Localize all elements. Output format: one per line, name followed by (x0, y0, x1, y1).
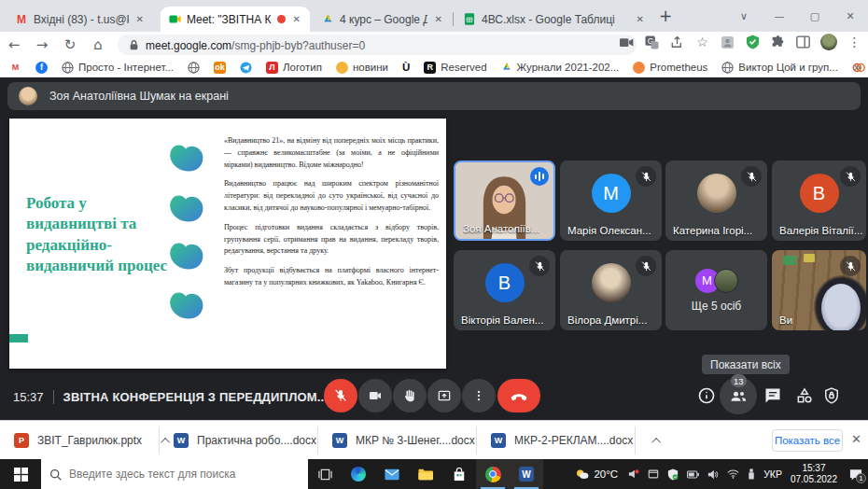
antivirus-shield-icon[interactable] (745, 35, 761, 50)
download-item[interactable]: P ЗВІТ_Гаврилюк.pptx (0, 421, 170, 460)
forward-button[interactable]: → (28, 36, 56, 53)
host-controls-button[interactable] (822, 386, 841, 405)
back-button[interactable]: ← (0, 36, 28, 53)
bookmark-prometheus[interactable]: Prometheus (633, 62, 707, 74)
bookmark-u[interactable]: Ù (402, 62, 410, 73)
bookmark-facebook[interactable]: f (35, 62, 48, 74)
taskbar-search-input[interactable] (69, 468, 284, 481)
task-view-button[interactable] (308, 459, 342, 489)
minimize-button[interactable]: — (762, 10, 797, 22)
download-item[interactable]: W МКР-2-РЕКЛАМ....docx (477, 421, 661, 460)
store-taskbar-button[interactable] (442, 459, 476, 489)
raise-hand-button[interactable] (393, 379, 427, 412)
tab-gmail[interactable]: M Вхідні (83) - t.us@kubg.edu.ua - ✕ (7, 7, 153, 32)
participant-tile-vilora[interactable]: Вілора Дмитрі... (560, 250, 662, 330)
participant-tile-kateryna[interactable]: Катерина Ігорі... (665, 161, 767, 241)
translate-icon[interactable]: G (644, 35, 660, 50)
start-button[interactable] (0, 459, 41, 489)
slide-blob-shape (165, 241, 206, 274)
extension-profile-icon[interactable] (720, 35, 735, 50)
tab-meet-active[interactable]: Meet: "ЗВІТНА КОНФЕРЕНЦ ✕ (161, 7, 310, 32)
wifi-tray-icon[interactable] (727, 469, 739, 479)
downloads-bar: P ЗВІТ_Гаврилюк.pptx W Практична робо...… (0, 420, 868, 459)
meeting-details-button[interactable] (697, 386, 716, 405)
show-everyone-tooltip: Показати всіх (702, 355, 790, 374)
tab-close-icon[interactable]: ✕ (433, 14, 444, 24)
shared-presentation-slide[interactable]: Робота у видавництві та редакційно-видав… (9, 119, 446, 369)
chrome-menu-icon[interactable]: ⋮ (847, 35, 862, 50)
close-downloads-bar-icon[interactable]: ✕ (851, 432, 861, 446)
red-logo-icon: Л (266, 62, 278, 74)
present-screen-button[interactable] (427, 379, 461, 412)
meeting-clock: 15:37 (13, 390, 44, 404)
participant-overflow-tile[interactable]: М Ще 5 осіб (665, 250, 767, 330)
participant-tile-viktoriya[interactable]: В Вікторія Вален... (454, 250, 555, 330)
download-menu-chevron[interactable] (651, 437, 661, 446)
participant-tile-mariya[interactable]: М Марія Олексан... (560, 161, 662, 241)
participant-tile-zoya[interactable]: Зоя Анатоліїв... (454, 161, 555, 241)
home-button[interactable]: ⌂ (84, 36, 112, 53)
defender-tray-icon[interactable] (667, 468, 679, 481)
participant-name: Ви (779, 314, 792, 326)
word-taskbar-button[interactable]: W (510, 459, 543, 489)
participant-tile-you[interactable]: Ви (772, 250, 866, 330)
bookmark-star-icon[interactable]: ☆ (694, 35, 710, 50)
more-options-button[interactable] (462, 379, 496, 412)
taskbar-search[interactable] (41, 459, 308, 489)
bookmark-prosto[interactable]: Просто - Інтернет... (62, 62, 174, 74)
bookmarks-overflow-chevron[interactable]: » (854, 60, 861, 74)
bookmark-gmail[interactable]: M (9, 62, 21, 74)
file-explorer-taskbar-button[interactable] (409, 459, 442, 489)
reload-button[interactable]: ↻ (56, 36, 84, 53)
bookmark-novyny[interactable]: новини (336, 62, 388, 74)
side-panel-icon[interactable] (795, 35, 811, 50)
task-view-icon (318, 468, 332, 482)
chat-button[interactable] (763, 386, 782, 405)
leave-call-button[interactable] (497, 379, 540, 412)
mic-toggle-button[interactable] (324, 379, 357, 412)
extensions-puzzle-icon[interactable] (770, 35, 786, 50)
lock-icon (129, 39, 139, 50)
restore-button[interactable]: ▢ (797, 10, 833, 22)
address-bar[interactable]: meet.google.com/smg-phjb-byb?authuser=0 (118, 35, 637, 55)
new-tab-button[interactable]: + (659, 7, 672, 25)
camera-toggle-button[interactable] (358, 379, 392, 412)
usb-tray-icon[interactable] (748, 468, 755, 480)
bookmark-globe[interactable] (188, 62, 200, 74)
show-all-downloads-button[interactable]: Показать все (772, 429, 843, 452)
media-camera-icon[interactable] (619, 35, 635, 50)
tray-app-icon[interactable] (628, 468, 639, 480)
activities-button[interactable] (795, 386, 814, 405)
profile-chevron-icon[interactable]: ∨ (726, 10, 762, 22)
participant-tile-valeriya[interactable]: В Валерія Віталії... (772, 161, 866, 241)
mail-taskbar-button[interactable] (375, 459, 409, 489)
tab-close-icon[interactable]: ✕ (291, 14, 302, 24)
browser-profile-avatar[interactable] (820, 34, 837, 50)
bookmark-logotip[interactable]: ЛЛоготип (266, 62, 322, 74)
tab-close-icon[interactable]: ✕ (134, 14, 146, 24)
action-center-button[interactable]: 1 (849, 468, 862, 481)
edge-taskbar-button[interactable] (342, 459, 375, 489)
battery-tray-icon[interactable] (687, 470, 699, 479)
tab-close-icon[interactable]: ✕ (635, 14, 646, 24)
close-window-button[interactable]: ✕ (833, 10, 868, 22)
bookmark-reserved[interactable]: RReserved (424, 62, 486, 74)
participant-initial-avatar: В (800, 174, 839, 213)
taskbar-clock[interactable]: 15:37 07.05.2022 (791, 463, 837, 486)
tab-drive[interactable]: 4 курс – Google Диск ✕ (314, 7, 452, 32)
bookmark-tsoi[interactable]: Виктор Цой и груп... (721, 62, 838, 74)
bookmark-telegram[interactable] (240, 62, 252, 74)
chrome-taskbar-button[interactable] (476, 459, 510, 489)
bookmark-ok[interactable]: ok (214, 62, 226, 74)
share-icon[interactable] (669, 35, 685, 50)
weather-widget[interactable]: 20°C (575, 468, 618, 480)
bookmark-zhurnaly[interactable]: Журнали 2021-202... (501, 62, 620, 73)
language-indicator[interactable]: УКР (763, 468, 782, 480)
tab-sheets[interactable]: 4ВС.xlsx - Google Таблиці ✕ (455, 7, 653, 32)
show-everyone-button[interactable] (729, 386, 748, 405)
word-icon: W (519, 467, 534, 482)
prometheus-icon (633, 62, 645, 74)
tray-app-icon[interactable] (648, 468, 659, 480)
url-host: meet.google.com (146, 39, 231, 52)
volume-tray-icon[interactable] (707, 469, 719, 480)
